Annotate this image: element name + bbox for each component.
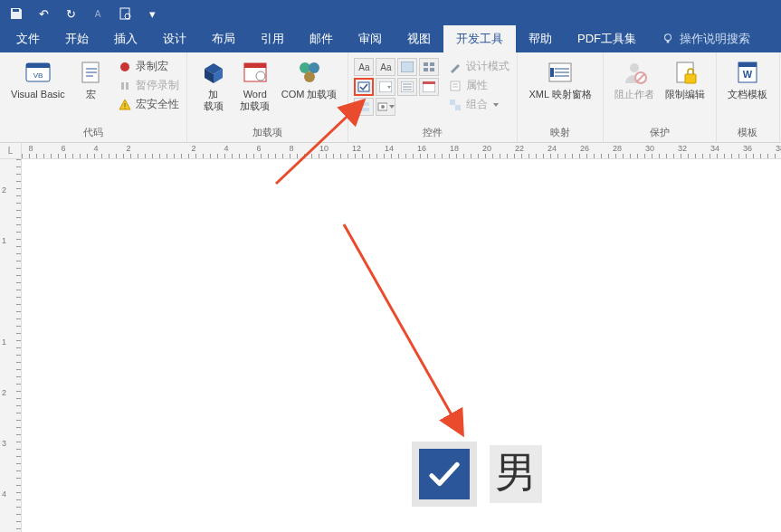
svg-rect-41 xyxy=(685,74,696,83)
xml-mapping-button[interactable]: XML 映射窗格 xyxy=(523,56,596,102)
ribbon-tabs: 文件 开始 插入 设计 布局 引用 邮件 审阅 视图 开发工具 帮助 PDF工具… xyxy=(0,27,781,52)
vb-icon: VB xyxy=(24,58,52,87)
macro-security-button[interactable]: 宏安全性 xyxy=(116,96,181,113)
legacy-tools-control[interactable] xyxy=(376,98,395,116)
svg-point-38 xyxy=(630,63,639,72)
svg-rect-20 xyxy=(424,62,428,66)
svg-point-15 xyxy=(256,71,265,81)
tab-help[interactable]: 帮助 xyxy=(516,25,565,52)
group-icon xyxy=(448,98,462,112)
svg-rect-5 xyxy=(26,63,50,68)
word-addins-button[interactable]: Word 加载项 xyxy=(234,56,276,113)
qat-print-preview[interactable] xyxy=(114,3,136,24)
ruler-horizontal[interactable]: 86422468101214161820222426283032343638 xyxy=(22,143,781,159)
svg-rect-24 xyxy=(358,82,369,91)
plain-text-control[interactable]: Aa xyxy=(376,58,395,76)
com-addins-button[interactable]: COM 加载项 xyxy=(276,56,343,102)
svg-rect-11 xyxy=(124,103,125,107)
document-page[interactable] xyxy=(40,166,776,532)
controls-gallery: Aa Aa xyxy=(354,56,439,116)
tab-review[interactable]: 审阅 xyxy=(346,25,395,52)
svg-rect-10 xyxy=(126,82,129,90)
checkbox-demo-wrapper xyxy=(412,442,477,507)
svg-rect-9 xyxy=(121,82,124,90)
record-macro-button[interactable]: 录制宏 xyxy=(116,58,181,75)
tab-tellme[interactable]: 操作说明搜索 xyxy=(649,25,763,52)
tab-insert[interactable]: 插入 xyxy=(101,25,150,52)
tab-references[interactable]: 引用 xyxy=(248,25,297,52)
checkbox-demo-label: 男 xyxy=(490,445,542,503)
svg-point-18 xyxy=(304,71,315,82)
repeating-section-control[interactable] xyxy=(354,98,374,116)
tab-file[interactable]: 文件 xyxy=(4,25,52,52)
svg-rect-29 xyxy=(358,102,369,106)
group-addins: 加 载项 Word 加载项 COM 加载项 加载项 xyxy=(187,52,349,142)
tab-design[interactable]: 设计 xyxy=(150,25,199,52)
addins-icon xyxy=(199,58,228,87)
tab-pdftools[interactable]: PDF工具集 xyxy=(565,25,649,52)
group-template: W 文档模板 模板 xyxy=(717,52,780,142)
tellme-label: 操作说明搜索 xyxy=(680,31,750,47)
pause-recording-button: 暂停录制 xyxy=(116,77,181,94)
combobox-control[interactable] xyxy=(376,78,395,96)
visual-basic-button[interactable]: VB Visual Basic xyxy=(5,56,71,102)
qat-redo[interactable]: ↻ xyxy=(60,3,81,24)
addins-button[interactable]: 加 载项 xyxy=(193,56,234,113)
checkbox-control[interactable] xyxy=(354,78,374,96)
group-controls: Aa Aa 设计模式 xyxy=(348,52,518,142)
group-template-label: 模板 xyxy=(722,124,774,142)
qat-customize[interactable]: ▾ xyxy=(141,3,163,24)
properties-icon xyxy=(448,79,462,93)
svg-rect-19 xyxy=(401,62,414,72)
svg-rect-3 xyxy=(667,41,670,43)
checkbox-demo-box[interactable] xyxy=(419,449,470,499)
document-template-button[interactable]: W 文档模板 xyxy=(722,56,773,102)
svg-rect-12 xyxy=(124,108,125,109)
pause-icon xyxy=(118,79,132,93)
svg-rect-34 xyxy=(450,100,455,105)
checkbox-demo: 男 xyxy=(412,442,542,507)
svg-rect-35 xyxy=(455,105,461,110)
date-picker-control[interactable] xyxy=(419,78,439,96)
tab-layout[interactable]: 布局 xyxy=(199,25,248,52)
group-mapping: XML 映射窗格 映射 xyxy=(518,52,603,142)
dropdown-control[interactable] xyxy=(397,78,417,96)
block-authors-button[interactable]: 阻止作者 xyxy=(609,56,660,102)
macros-icon xyxy=(77,58,106,87)
svg-rect-37 xyxy=(550,68,554,77)
design-mode-button[interactable]: 设计模式 xyxy=(446,58,511,75)
group-controls-button: 组合 xyxy=(446,96,511,113)
com-addins-icon xyxy=(295,58,324,87)
xml-icon xyxy=(546,58,575,87)
tab-mailings[interactable]: 邮件 xyxy=(297,25,346,52)
properties-button: 属性 xyxy=(446,77,511,94)
qat-font-decrease[interactable]: A xyxy=(87,3,109,24)
svg-rect-43 xyxy=(738,62,757,67)
group-code: VB Visual Basic 宏 录制宏 暂停录制 xyxy=(0,52,187,142)
building-block-control[interactable] xyxy=(419,58,439,76)
block-authors-icon xyxy=(620,58,649,87)
qat-undo[interactable]: ↶ xyxy=(33,3,54,24)
rich-text-control[interactable]: Aa xyxy=(354,58,374,76)
ruler-vertical[interactable]: 2112345 xyxy=(0,159,22,532)
ribbon: VB Visual Basic 宏 录制宏 暂停录制 xyxy=(0,52,781,143)
design-mode-icon xyxy=(448,60,462,74)
tab-home[interactable]: 开始 xyxy=(52,25,101,52)
macros-button[interactable]: 宏 xyxy=(71,56,112,102)
svg-point-32 xyxy=(381,105,385,109)
group-code-label: 代码 xyxy=(5,124,181,142)
document-area[interactable] xyxy=(22,159,781,532)
qat-save[interactable] xyxy=(5,3,27,24)
tab-developer[interactable]: 开发工具 xyxy=(443,25,516,52)
check-icon xyxy=(425,455,463,493)
tab-view[interactable]: 视图 xyxy=(395,25,443,52)
svg-rect-14 xyxy=(244,63,266,68)
group-controls-label: 控件 xyxy=(354,124,511,142)
svg-text:VB: VB xyxy=(33,71,43,80)
svg-rect-30 xyxy=(358,108,369,111)
picture-control[interactable] xyxy=(397,58,417,76)
svg-rect-22 xyxy=(424,68,428,71)
restrict-editing-button[interactable]: 限制编辑 xyxy=(660,56,710,102)
ruler-corner: L xyxy=(0,143,22,159)
word-addins-icon xyxy=(241,58,270,87)
